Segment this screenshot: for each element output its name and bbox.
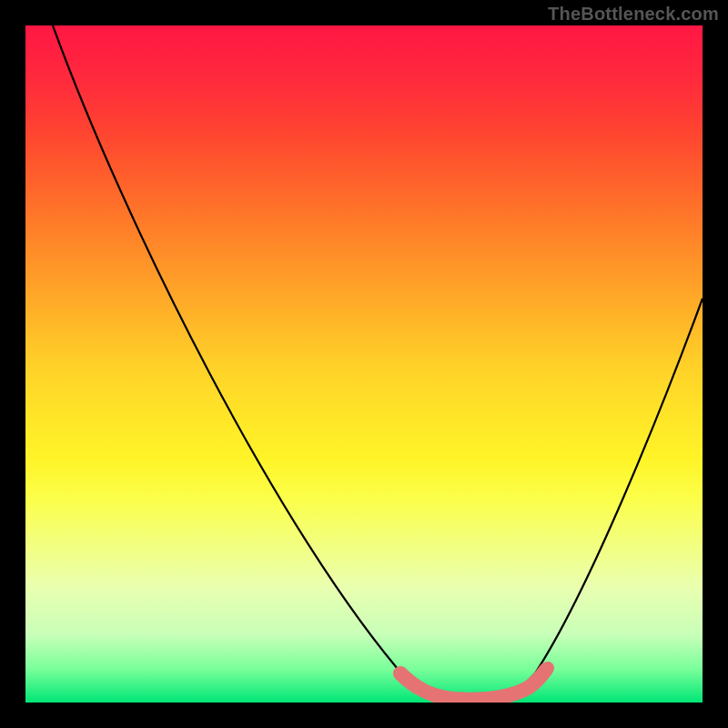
- sweet-spot-end-dot: [541, 662, 554, 674]
- watermark-text: TheBottleneck.com: [548, 4, 719, 25]
- bottleneck-curve: [53, 25, 703, 699]
- chart-frame: TheBottleneck.com: [0, 0, 728, 728]
- sweet-spot-band: [400, 670, 546, 700]
- plot-area: [25, 25, 703, 703]
- bottleneck-curve-svg: [25, 25, 703, 703]
